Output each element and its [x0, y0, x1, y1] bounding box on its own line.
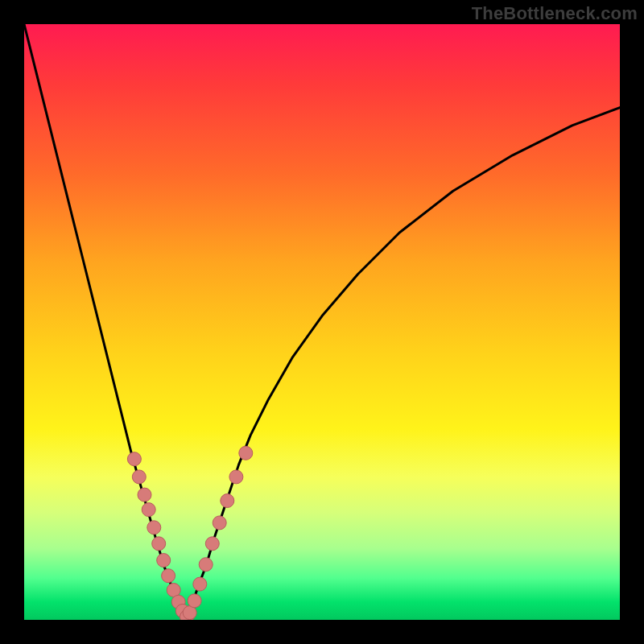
- data-marker: [183, 606, 196, 620]
- data-marker: [205, 537, 219, 551]
- curve-path: [24, 24, 185, 617]
- data-marker: [138, 488, 151, 502]
- data-marker: [147, 521, 161, 535]
- data-marker: [229, 470, 243, 484]
- data-marker: [167, 584, 180, 597]
- data-marker: [188, 594, 201, 608]
- watermark-text: TheBottleneck.com: [472, 3, 638, 24]
- curve-svg: [24, 24, 620, 620]
- chart-frame: TheBottleneck.com: [0, 0, 644, 644]
- data-marker: [152, 537, 166, 551]
- data-marker: [180, 610, 194, 620]
- data-marker: [171, 595, 185, 609]
- data-marker: [132, 470, 146, 484]
- marker-group: [127, 446, 252, 620]
- curve-group: [24, 24, 620, 617]
- plot-area: [24, 24, 620, 620]
- data-marker: [142, 503, 155, 517]
- data-marker: [162, 569, 175, 583]
- data-marker: [199, 558, 213, 572]
- data-marker: [157, 554, 171, 568]
- data-marker: [239, 446, 253, 460]
- data-marker: [193, 577, 207, 591]
- data-marker: [175, 604, 189, 617]
- data-marker: [221, 494, 234, 508]
- data-marker: [213, 516, 226, 530]
- data-marker: [127, 452, 141, 466]
- curve-path: [185, 108, 620, 617]
